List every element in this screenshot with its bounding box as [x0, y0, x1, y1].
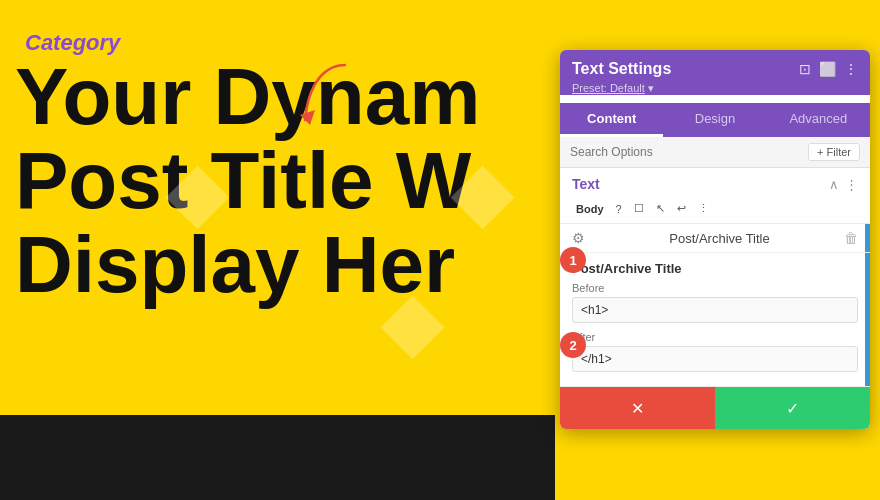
- text-settings-panel: Text Settings ⊡ ⬜ ⋮ Preset: Default ▾ Co…: [560, 50, 870, 429]
- after-field-group: After: [572, 331, 858, 372]
- delete-icon[interactable]: 🗑: [844, 230, 858, 246]
- before-field-group: Before: [572, 282, 858, 323]
- toolbar-more-icon[interactable]: ⋮: [694, 200, 713, 217]
- section-header: Text ∧ ⋮: [560, 168, 870, 196]
- panel-footer: ✕ ✓: [560, 387, 870, 429]
- filter-button[interactable]: + Filter: [808, 143, 860, 161]
- row-item: ⚙ Post/Archive Title 🗑: [560, 224, 870, 253]
- tab-advanced[interactable]: Advanced: [767, 103, 870, 137]
- search-input[interactable]: [570, 145, 808, 159]
- section-more-icon[interactable]: ⋮: [845, 177, 858, 192]
- bottom-bar: [0, 415, 555, 500]
- blue-accent-bar-2: [865, 253, 870, 386]
- panel-search-bar: + Filter: [560, 137, 870, 168]
- section-header-icons: ∧ ⋮: [829, 177, 858, 192]
- dynamic-block-title: Post/Archive Title: [572, 261, 858, 276]
- panel-title: Text Settings: [572, 60, 671, 78]
- panel-header-icons: ⊡ ⬜ ⋮: [799, 61, 858, 77]
- section-title: Text: [572, 176, 600, 192]
- after-label: After: [572, 331, 858, 343]
- help-icon[interactable]: ?: [612, 201, 626, 217]
- save-button[interactable]: ✓: [715, 387, 870, 429]
- dynamic-block: Post/Archive Title Before After: [560, 253, 870, 387]
- blue-accent-bar: [865, 224, 870, 252]
- heading-line-2: Post Title W: [15, 139, 480, 223]
- settings-gear-icon[interactable]: ⚙: [572, 230, 585, 246]
- panel-header: Text Settings ⊡ ⬜ ⋮ Preset: Default ▾: [560, 50, 870, 95]
- panel-preset[interactable]: Preset: Default ▾: [572, 82, 858, 95]
- more-icon[interactable]: ⋮: [844, 61, 858, 77]
- heading-line-3: Display Her: [15, 223, 480, 307]
- badge-2: 2: [560, 332, 586, 358]
- tab-design[interactable]: Design: [663, 103, 766, 137]
- cancel-button[interactable]: ✕: [560, 387, 715, 429]
- panel-header-top: Text Settings ⊡ ⬜ ⋮: [572, 60, 858, 78]
- body-label: Body: [572, 201, 608, 217]
- view-icon[interactable]: ☐: [630, 200, 648, 217]
- before-input[interactable]: [572, 297, 858, 323]
- pointer-icon[interactable]: ↖: [652, 200, 669, 217]
- panel-tabs: Content Design Advanced: [560, 103, 870, 137]
- heading-line-1: Your Dynam: [15, 55, 480, 139]
- resize-icon[interactable]: ⬜: [819, 61, 836, 77]
- undo-icon[interactable]: ↩: [673, 200, 690, 217]
- toolbar-row: Body ? ☐ ↖ ↩ ⋮: [560, 196, 870, 224]
- badge-1: 1: [560, 247, 586, 273]
- arrow-pointer: [290, 60, 370, 130]
- collapse-icon[interactable]: ∧: [829, 177, 839, 192]
- minimize-icon[interactable]: ⊡: [799, 61, 811, 77]
- row-label: Post/Archive Title: [595, 231, 844, 246]
- main-heading: Your Dynam Post Title W Display Her: [15, 55, 480, 307]
- svg-marker-0: [300, 110, 315, 125]
- tab-content[interactable]: Content: [560, 103, 663, 137]
- after-input[interactable]: [572, 346, 858, 372]
- before-label: Before: [572, 282, 858, 294]
